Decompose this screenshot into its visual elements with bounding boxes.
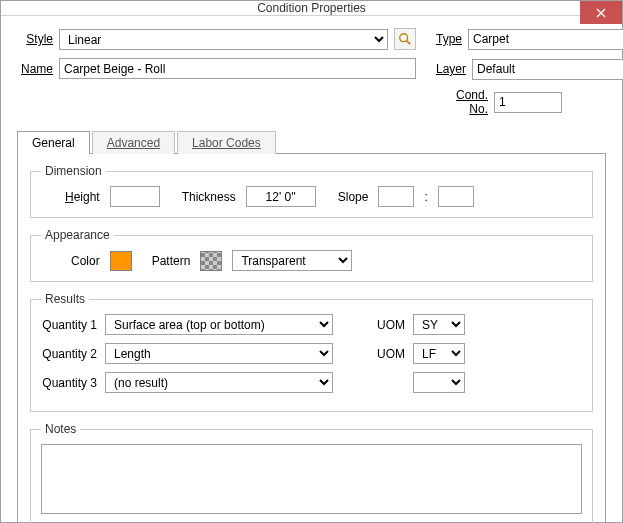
dialog-window: Condition Properties Style Linear Name [0,0,623,523]
quantity1-select[interactable]: Surface area (top or bottom) [105,314,333,335]
tabstrip: General Advanced Labor Codes [17,131,606,154]
condno-input[interactable] [494,92,562,113]
appearance-legend: Appearance [41,228,114,242]
pattern-swatch-icon [200,251,222,271]
close-icon [596,8,606,18]
quantity2-label: Quantity 2 [41,347,97,361]
style-label: Style [17,32,53,46]
uom3-select[interactable] [413,372,465,393]
dimension-legend: Dimension [41,164,106,178]
appearance-group: Appearance Color Pattern Transparent [30,228,593,282]
top-fields: Style Linear Name Type [17,28,606,124]
uom2-select[interactable]: LF [413,343,465,364]
window-title: Condition Properties [1,1,622,15]
svg-point-0 [400,34,408,42]
titlebar: Condition Properties [1,1,622,16]
uom1-label: UOM [349,318,405,332]
layer-label: Layer [436,62,466,76]
results-legend: Results [41,292,89,306]
quantity1-label: Quantity 1 [41,318,97,332]
magnifier-icon [398,32,412,46]
slope-separator: : [424,190,427,204]
type-input[interactable] [468,29,623,50]
slope-label: Slope [338,190,369,204]
tab-advanced[interactable]: Advanced [92,131,175,154]
height-input[interactable] [110,186,160,207]
thickness-label: Thickness [182,190,236,204]
dimension-group: Dimension Height Thickness Slope : [30,164,593,218]
notes-group: Notes [30,422,593,523]
uom1-select[interactable]: SY [413,314,465,335]
layer-input[interactable] [472,59,623,80]
color-swatch[interactable] [110,251,132,271]
tab-laborcodes[interactable]: Labor Codes [177,131,276,154]
quantity2-select[interactable]: Length [105,343,333,364]
condno-label: Cond. No. [436,88,488,116]
pattern-select[interactable]: Transparent [232,250,352,271]
tabpage-general: Dimension Height Thickness Slope : Appea… [17,153,606,523]
thickness-input[interactable] [246,186,316,207]
svg-line-1 [407,41,411,45]
results-group: Results Quantity 1 Surface area (top or … [30,292,593,412]
style-select[interactable]: Linear [59,29,388,50]
quantity3-label: Quantity 3 [41,376,97,390]
height-label: Height [65,190,100,204]
tab-general[interactable]: General [17,131,90,154]
uom2-label: UOM [349,347,405,361]
name-label: Name [17,62,53,76]
color-label: Color [71,254,100,268]
pattern-label: Pattern [152,254,191,268]
tabs: General Advanced Labor Codes Dimension H… [17,130,606,523]
type-label: Type [436,32,462,46]
dialog-content: Style Linear Name Type [1,16,622,523]
quantity3-select[interactable]: (no result) [105,372,333,393]
close-button[interactable] [580,1,622,24]
notes-textarea[interactable] [41,444,582,514]
slope-a-input[interactable] [378,186,414,207]
slope-b-input[interactable] [438,186,474,207]
name-input[interactable] [59,58,416,79]
style-lookup-button[interactable] [394,28,416,50]
notes-legend: Notes [41,422,80,436]
